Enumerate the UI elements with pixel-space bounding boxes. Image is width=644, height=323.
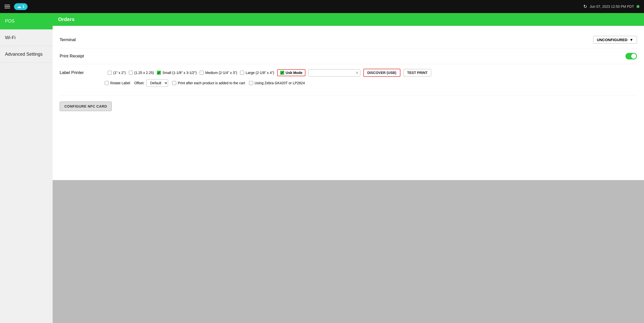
- size-small-label: Small (1-1/8" x 3-1/2"): [162, 71, 197, 75]
- size-medium-input[interactable]: [200, 71, 204, 75]
- size-1.25x2.25-input[interactable]: [129, 71, 133, 75]
- usb-mode-checkbox[interactable]: [280, 71, 284, 75]
- content-area: Orders Terminal UNCONFIGURED ▼ Print Rec…: [53, 13, 644, 323]
- size-1.25x2.25-label: (1.25 x 2.25): [134, 71, 154, 75]
- label-printer-row: Label Printer (1" x 2") (1.25 x 2.25) Sm…: [60, 64, 637, 96]
- notification-icon: ☁: [17, 4, 21, 9]
- print-after-each-checkbox[interactable]: Print after each product is added to the…: [172, 81, 245, 85]
- main-layout: POS Wi-Fi Advanced Settings Orders Termi…: [0, 13, 644, 323]
- offset-select[interactable]: Default 0.1 0.2 0.3 0.5: [146, 79, 168, 87]
- print-receipt-control: [105, 53, 637, 59]
- terminal-row: Terminal UNCONFIGURED ▼: [60, 31, 637, 48]
- sidebar-pos-label: POS: [5, 19, 15, 24]
- size-medium-checkbox[interactable]: Medium (2-1/4" x 3"): [200, 71, 237, 75]
- usb-mode-box: Usb Mode: [277, 69, 305, 76]
- usb-input-wrap: ✕: [308, 69, 360, 76]
- chevron-down-icon: ▼: [629, 38, 633, 42]
- label-printer-row2: Rotate Label Offset: Default 0.1 0.2 0.3…: [60, 77, 305, 91]
- notification-count: 1: [23, 5, 25, 9]
- size-medium-label: Medium (2-1/4" x 3"): [205, 71, 237, 75]
- page-title: Orders: [58, 17, 75, 22]
- hamburger-menu[interactable]: [5, 5, 10, 8]
- size-1x2-label: (1" x 2"): [113, 71, 126, 75]
- sidebar-wifi-label: Wi-Fi: [5, 35, 16, 40]
- offset-label: Offset:: [134, 81, 144, 85]
- size-large-label: Large (2-1/8" x 4"): [246, 71, 274, 75]
- size-1x2-checkbox[interactable]: (1" x 2"): [108, 71, 126, 75]
- offset-group: Offset: Default 0.1 0.2 0.3 0.5: [134, 79, 168, 87]
- terminal-label: Terminal: [60, 37, 105, 42]
- refresh-icon[interactable]: ↻: [583, 4, 587, 9]
- sidebar-advanced-label: Advanced Settings: [5, 52, 43, 57]
- topbar-left: ☁ 1: [5, 3, 28, 10]
- online-status-dot: [636, 5, 639, 8]
- rotate-label-text: Rotate Label: [110, 81, 130, 85]
- size-1.25x2.25-checkbox[interactable]: (1.25 x 2.25): [129, 71, 154, 75]
- using-zebra-label: Using Zebra GK420T or LP2824: [255, 81, 305, 85]
- size-small-input[interactable]: [157, 71, 161, 75]
- print-receipt-label: Print Receipt: [60, 54, 105, 59]
- size-small-checkbox[interactable]: Small (1-1/8" x 3-1/2"): [157, 71, 197, 75]
- terminal-dropdown-value: UNCONFIGURED: [597, 38, 628, 42]
- sidebar: POS Wi-Fi Advanced Settings: [0, 13, 53, 323]
- usb-clear-button[interactable]: ✕: [354, 69, 360, 76]
- label-printer-label: Label Printer: [60, 70, 105, 75]
- size-1x2-input[interactable]: [108, 71, 112, 75]
- rotate-label-input[interactable]: [105, 81, 109, 85]
- content-header: Orders: [53, 13, 644, 26]
- sidebar-item-pos[interactable]: POS: [0, 13, 53, 30]
- content-body: Terminal UNCONFIGURED ▼ Print Receipt: [53, 26, 644, 180]
- sidebar-item-wifi[interactable]: Wi-Fi: [0, 30, 53, 46]
- gray-bottom-area: [53, 180, 644, 323]
- topbar: ☁ 1 ↻ Jun 07, 2023 12:50 PM PDT: [0, 0, 644, 13]
- configure-nfc-button[interactable]: CONFIGURE NFC CARD: [60, 102, 112, 111]
- usb-mode-label: Usb Mode: [286, 71, 302, 75]
- configure-nfc-row: CONFIGURE NFC CARD: [60, 96, 637, 115]
- print-receipt-row: Print Receipt: [60, 48, 637, 64]
- print-after-each-input[interactable]: [172, 81, 176, 85]
- terminal-dropdown[interactable]: UNCONFIGURED ▼: [593, 36, 637, 44]
- test-print-button[interactable]: TEST PRINT: [403, 69, 432, 76]
- usb-path-input[interactable]: [309, 69, 354, 76]
- size-large-checkbox[interactable]: Large (2-1/8" x 4"): [240, 71, 274, 75]
- print-receipt-toggle[interactable]: [625, 53, 637, 59]
- using-zebra-input[interactable]: [249, 81, 253, 85]
- rotate-label-checkbox[interactable]: Rotate Label: [105, 81, 130, 85]
- size-large-input[interactable]: [240, 71, 244, 75]
- datetime-display: Jun 07, 2023 12:50 PM PDT: [590, 5, 634, 9]
- topbar-right: ↻ Jun 07, 2023 12:50 PM PDT: [583, 4, 639, 9]
- sidebar-item-advanced[interactable]: Advanced Settings: [0, 46, 53, 63]
- notification-badge[interactable]: ☁ 1: [14, 3, 28, 10]
- using-zebra-checkbox[interactable]: Using Zebra GK420T or LP2824: [249, 81, 305, 85]
- discover-usb-button[interactable]: DISCOVER (USB): [363, 69, 400, 77]
- print-after-each-label: Print after each product is added to the…: [178, 81, 245, 85]
- terminal-control: UNCONFIGURED ▼: [105, 36, 637, 44]
